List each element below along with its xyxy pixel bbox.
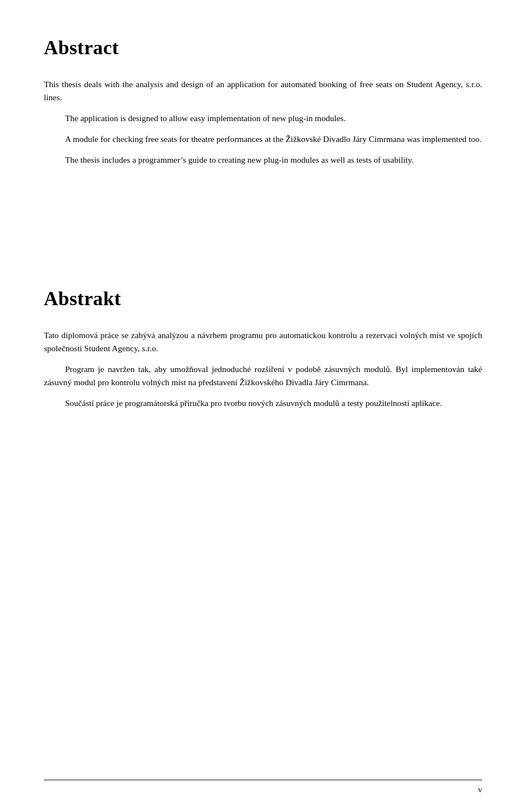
- abstract-cs-paragraph2: Program je navržen tak, aby umožňoval je…: [44, 363, 482, 389]
- abstract-en-title: Abstract: [44, 33, 482, 62]
- abstract-en-paragraph4: The thesis includes a programmer’s guide…: [44, 153, 482, 167]
- abstract-cs-paragraph3: Součástí práce je programátorská příručk…: [44, 397, 482, 410]
- abstract-en-paragraph3: A module for checking free seats for the…: [44, 133, 482, 146]
- abstract-cs-title: Abstrakt: [44, 284, 482, 313]
- page: Abstract This thesis deals with the anal…: [0, 0, 526, 812]
- abstract-cs-section: Abstrakt Tato diplomová práce se zabývá …: [44, 284, 482, 410]
- abstract-en-paragraph1: This thesis deals with the analysis and …: [44, 78, 482, 104]
- abstract-en-section: Abstract This thesis deals with the anal…: [44, 33, 482, 167]
- footer: v: [44, 780, 482, 796]
- abstract-cs-paragraph1: Tato diplomová práce se zabývá analýzou …: [44, 329, 482, 355]
- abstract-en-paragraph2: The application is designed to allow eas…: [44, 112, 482, 125]
- section-gap: [44, 174, 482, 284]
- page-number: v: [478, 784, 483, 796]
